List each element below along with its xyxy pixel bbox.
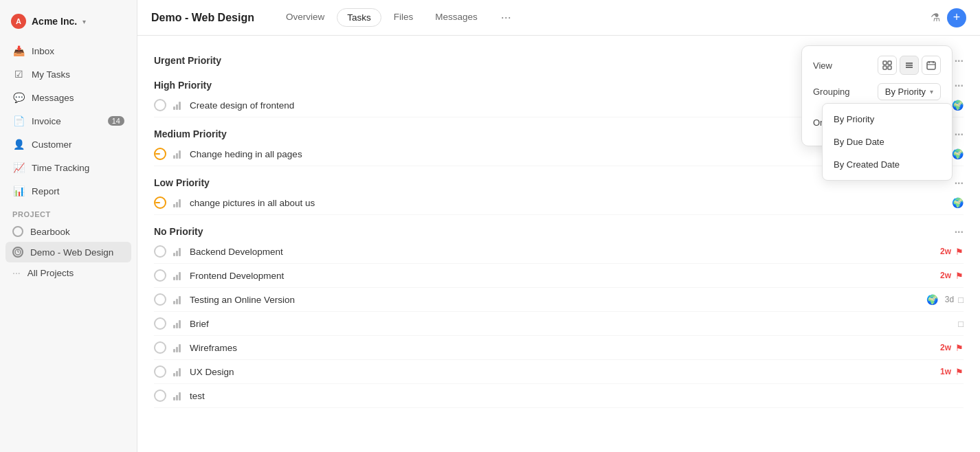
sidebar-item-messages[interactable]: 💬 Messages <box>5 87 131 109</box>
task-status-icon[interactable] <box>154 99 166 111</box>
task-status-icon[interactable] <box>154 196 166 209</box>
table-row[interactable]: Frontend Development 2w ⚑ <box>154 264 964 288</box>
section-more-icon[interactable]: ··· <box>955 177 964 190</box>
sidebar: A Acme Inc. ▾ 📥 Inbox ☑ My Tasks 💬 Messa… <box>0 0 137 452</box>
task-time: 2w <box>940 247 951 256</box>
chevron-down-icon: ▾ <box>930 88 933 95</box>
task-meta: 2w ⚑ <box>940 271 964 281</box>
tasks-icon: ☑ <box>12 68 25 80</box>
section-more-icon[interactable]: ··· <box>955 80 964 92</box>
list-view-button[interactable] <box>900 56 919 75</box>
grid-view-button[interactable] <box>878 56 897 75</box>
task-flag-icon: ⚑ <box>955 247 964 257</box>
sidebar-item-invoice[interactable]: 📄 Invoice 14 <box>5 110 131 132</box>
sidebar-item-label: Invoice <box>32 116 61 126</box>
more-options-icon[interactable]: ··· <box>501 10 511 25</box>
task-globe-icon: 🌍 <box>926 294 938 305</box>
task-priority-icon <box>173 198 183 207</box>
task-status-icon[interactable] <box>154 389 166 402</box>
table-row[interactable]: change pictures in all about us 🌍 <box>154 191 964 215</box>
svg-rect-10 <box>927 62 935 69</box>
report-icon: 📊 <box>12 185 25 197</box>
all-projects-item[interactable]: ··· All Projects <box>5 262 131 283</box>
task-name: test <box>190 391 964 401</box>
project-item-demo-web-design[interactable]: Demo - Web Design <box>5 242 131 262</box>
task-time: 3d <box>945 295 954 304</box>
sidebar-item-report[interactable]: 📊 Report <box>5 180 131 202</box>
tab-tasks[interactable]: Tasks <box>337 8 381 27</box>
sidebar-item-label: Messages <box>32 93 74 103</box>
project-item-bearbook[interactable]: Bearbook <box>5 221 131 242</box>
sidebar-nav: 📥 Inbox ☑ My Tasks 💬 Messages 📄 Invoice … <box>0 40 137 202</box>
sidebar-item-label: Inbox <box>32 46 54 56</box>
filter-icon[interactable]: ⚗ <box>931 11 940 24</box>
topbar-actions: ⚗ + <box>931 8 966 27</box>
task-status-icon[interactable] <box>154 245 166 258</box>
task-priority-icon <box>173 319 183 328</box>
order-option-by-due-date[interactable]: By Due Date <box>823 131 952 153</box>
task-priority-icon <box>173 149 183 159</box>
table-row[interactable]: Backend Development 2w ⚑ <box>154 240 964 264</box>
project-label: Demo - Web Design <box>30 247 113 258</box>
task-flag-icon: ⚑ <box>955 343 964 353</box>
table-row[interactable]: Testing an Online Version 🌍 3d □ <box>154 288 964 312</box>
view-label: View <box>813 60 868 71</box>
task-meta: □ <box>958 319 964 329</box>
grouping-row: Grouping By Priority ▾ <box>813 83 941 100</box>
order-option-by-created-date[interactable]: By Created Date <box>823 153 952 176</box>
company-header[interactable]: A Acme Inc. ▾ <box>0 8 137 40</box>
all-projects-label: All Projects <box>27 268 74 278</box>
task-status-icon[interactable] <box>154 365 166 378</box>
sidebar-item-customer[interactable]: 👤 Customer <box>5 133 131 155</box>
table-row[interactable]: Wireframes 2w ⚑ <box>154 336 964 360</box>
task-calendar-icon: □ <box>958 319 964 329</box>
topbar: Demo - Web Design Overview Tasks Files M… <box>137 0 980 36</box>
inbox-icon: 📥 <box>12 45 25 57</box>
company-name: Acme Inc. <box>32 16 77 27</box>
add-button[interactable]: + <box>947 8 966 27</box>
calendar-view-button[interactable] <box>922 56 941 75</box>
grouping-dropdown[interactable]: By Priority ▾ <box>878 83 941 100</box>
task-status-icon[interactable] <box>154 317 166 330</box>
grouping-value: By Priority <box>885 87 926 97</box>
svg-rect-6 <box>888 66 891 69</box>
task-priority-icon <box>173 271 183 280</box>
task-status-icon[interactable] <box>154 341 166 354</box>
section-more-icon[interactable]: ··· <box>955 128 964 141</box>
tab-overview[interactable]: Overview <box>276 8 334 27</box>
task-status-icon[interactable] <box>154 293 166 306</box>
task-meta: 1w ⚑ <box>940 367 964 377</box>
time-tracking-icon: 📈 <box>12 161 25 174</box>
task-priority-icon <box>173 247 183 256</box>
table-row[interactable]: Brief □ <box>154 312 964 336</box>
table-row[interactable]: UX Design 1w ⚑ <box>154 360 964 384</box>
task-priority-icon <box>173 100 183 110</box>
company-chevron-icon: ▾ <box>82 18 86 25</box>
order-option-by-priority[interactable]: By Priority <box>823 108 952 131</box>
view-icons <box>878 56 941 75</box>
sidebar-item-label: My Tasks <box>32 69 70 80</box>
task-meta: 2w ⚑ <box>940 343 964 353</box>
sidebar-item-inbox[interactable]: 📥 Inbox <box>5 40 131 62</box>
task-priority-icon <box>173 367 183 376</box>
section-more-icon[interactable]: ··· <box>955 55 964 67</box>
invoice-badge: 14 <box>108 116 124 126</box>
task-name: Wireframes <box>190 343 933 353</box>
sidebar-item-time-tracking[interactable]: 📈 Time Tracking <box>5 157 131 179</box>
task-globe-icon: 🌍 <box>952 148 964 159</box>
task-globe-icon: 🌍 <box>952 197 964 208</box>
company-logo: A <box>11 14 26 29</box>
task-status-icon[interactable] <box>154 269 166 282</box>
all-projects-dots-icon: ··· <box>12 267 21 278</box>
task-name: Backend Development <box>190 247 933 257</box>
tab-messages[interactable]: Messages <box>425 8 487 27</box>
list-icon <box>904 60 914 70</box>
project-title: Demo - Web Design <box>151 12 254 24</box>
tab-files[interactable]: Files <box>384 8 423 27</box>
task-status-icon[interactable] <box>154 148 166 160</box>
sidebar-item-my-tasks[interactable]: ☑ My Tasks <box>5 63 131 85</box>
task-name: Brief <box>190 319 951 329</box>
section-more-icon[interactable]: ··· <box>955 226 964 238</box>
table-row[interactable]: test <box>154 384 964 408</box>
task-priority-icon <box>173 343 183 352</box>
